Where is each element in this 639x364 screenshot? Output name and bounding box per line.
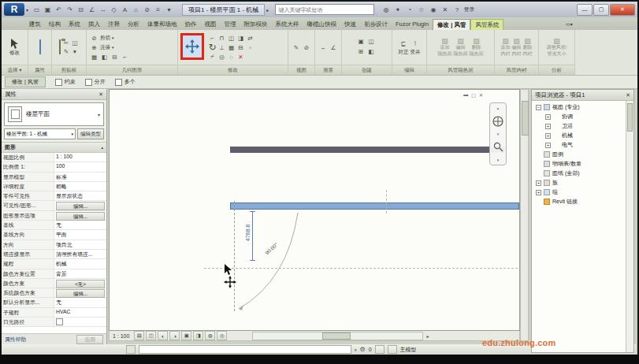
tab-structure[interactable]: 结构 — [45, 19, 65, 30]
tab-modify-duct[interactable]: 修改 | 风管 — [433, 19, 470, 30]
mirror-draw-icon[interactable]: ◨ — [236, 34, 245, 43]
create-parts-icon[interactable]: ◧ — [367, 47, 376, 56]
split-face-icon[interactable]: ▦ — [90, 53, 98, 61]
array-icon[interactable]: ▦ — [227, 43, 236, 52]
paste-button[interactable] — [59, 40, 61, 54]
tree-expand-toggle[interactable]: + — [545, 133, 551, 139]
properties-help-link[interactable]: 属性帮助 — [5, 336, 26, 344]
offset-icon[interactable]: ⊓ — [217, 34, 226, 43]
measure-between-icon[interactable]: ↔ — [319, 43, 328, 52]
panel-label-geometry[interactable]: 几何图形 — [87, 65, 177, 75]
properties-toggle-button[interactable] — [39, 40, 41, 54]
navbar-collapse-icon[interactable]: ▴ — [497, 106, 500, 110]
vertical-scrollbar-thumb[interactable] — [522, 101, 529, 136]
tree-expand-toggle[interactable]: − — [536, 105, 541, 110]
measure-icon[interactable]: ∠ — [87, 5, 97, 15]
shaft-button[interactable]: ⊺ 竖井 — [411, 39, 421, 56]
pin-icon[interactable]: ◎ — [217, 53, 226, 61]
property-value[interactable]: 平面 — [54, 230, 106, 239]
visual-style-icon[interactable]: ◫ — [146, 331, 156, 340]
trim-icon[interactable]: ⊟ — [236, 43, 245, 52]
sign-in-label[interactable]: 登录 — [463, 6, 474, 13]
canvas-horizontal-scrollbar[interactable] — [252, 332, 423, 340]
properties-close-icon[interactable]: ✕ — [98, 91, 103, 98]
property-value[interactable]: 编辑... — [56, 289, 105, 298]
tree-item[interactable]: + 族 — [532, 178, 626, 188]
split-icon[interactable]: ⌿ — [208, 53, 217, 61]
modify-tool-button[interactable]: 修改 — [9, 39, 20, 57]
tab-duct-systems[interactable]: 风管系统 — [470, 19, 503, 30]
tree-item[interactable]: + 卫浴 — [532, 121, 626, 131]
panel-label-duct-lining[interactable]: 风管内衬 — [495, 65, 538, 75]
tree-item[interactable]: 图纸 (全部) — [532, 169, 626, 178]
property-value[interactable]: 粗略 — [54, 182, 106, 191]
property-value[interactable]: 100 — [54, 162, 106, 171]
property-value[interactable] — [54, 318, 106, 326]
property-value[interactable]: 1 : 100 — [54, 153, 106, 162]
panel-label-view[interactable]: 视图 — [288, 65, 314, 75]
project-browser-close-icon[interactable]: ✕ — [626, 92, 630, 98]
zoom-icon[interactable] — [493, 142, 503, 152]
thin-lines-icon[interactable]: ≡ — [153, 5, 163, 15]
ribbon-button[interactable]: ▧ 添加 内衬 — [501, 39, 511, 57]
tab-fuzor-plugin[interactable]: Fuzor Plugin — [392, 19, 433, 30]
panel-label-measure[interactable]: 测量 — [315, 65, 341, 75]
property-value[interactable]: 清理所有墙连... — [54, 250, 106, 258]
navbar-wheel-caret-icon[interactable]: ▾ — [497, 132, 500, 136]
property-value[interactable]: 背景 — [54, 269, 106, 278]
type-selector[interactable]: 楼层平面 ▾ — [4, 102, 104, 126]
demolish-icon[interactable]: ⊟ — [110, 53, 119, 61]
maximize-button[interactable]: ▢ — [593, 4, 609, 16]
tab-analyze[interactable]: 分析 — [124, 19, 143, 30]
property-value[interactable]: 显示原状态 — [54, 191, 106, 200]
view-minimize-icon[interactable]: ▬ — [463, 92, 468, 98]
tab-manage[interactable]: 管理 — [221, 19, 240, 30]
tree-expand-toggle[interactable]: + — [545, 124, 551, 129]
duct-segment-selected[interactable] — [230, 202, 519, 210]
disjoin-checkbox[interactable]: 分开 — [85, 78, 106, 86]
temporary-dimension-value[interactable]: 4768.8 — [245, 215, 251, 251]
multiple-checkbox[interactable]: 多个 — [115, 78, 136, 86]
scroll-right-arrow-icon[interactable]: ▸ — [426, 333, 429, 339]
tree-expand-toggle[interactable]: + — [545, 114, 551, 120]
design-option-selector[interactable]: 主模型 — [400, 346, 417, 354]
ribbon-button[interactable]: ▧ 删除 内衬 — [523, 39, 533, 57]
navbar-zoom-caret-icon[interactable]: ▾ — [497, 158, 500, 162]
panel-label-duct-insulation[interactable]: 风管隔热层 — [427, 65, 494, 75]
default-3d-view-icon[interactable]: ⌂ — [131, 5, 141, 15]
panel-label-edit[interactable]: 编辑 — [392, 65, 426, 75]
tab-massing-site[interactable]: 体量和场地 — [143, 19, 181, 30]
group-header-graphics[interactable]: 图形 — [5, 143, 16, 151]
close-button[interactable]: ✕ — [610, 4, 635, 16]
ribbon-button[interactable]: ▧ 添加 隔热层 — [438, 39, 452, 57]
group-collapse-icon[interactable]: ▴ — [101, 145, 103, 150]
communication-center-icon[interactable]: ◔ — [404, 5, 414, 15]
tree-expand-toggle[interactable]: + — [545, 143, 551, 148]
detail-level-icon[interactable]: ▤ — [134, 331, 144, 340]
ribbon-button[interactable]: ▧ 删除 隔热层 — [470, 39, 484, 57]
tab-glodon[interactable]: 橄榄山快模 — [303, 19, 341, 30]
search-input[interactable] — [275, 4, 374, 15]
move-tool-button[interactable] — [180, 33, 204, 60]
delete-icon[interactable]: ✕ — [236, 53, 245, 61]
justify-button[interactable]: ⊑ 对正 — [399, 39, 409, 56]
open-icon[interactable]: ▭ — [32, 5, 42, 15]
property-value[interactable]: 编辑... — [56, 212, 105, 221]
sign-in-icon[interactable]: ◉ — [428, 5, 438, 15]
temporary-hide-isolate-icon[interactable]: ◍ — [205, 331, 215, 340]
override-graphics-icon[interactable]: ⊘ — [303, 43, 311, 52]
tree-item[interactable]: + 协调 — [532, 112, 626, 121]
aligned-dimension-icon[interactable]: ↔ — [98, 5, 108, 15]
property-value[interactable]: 编辑... — [56, 202, 105, 210]
tree-item[interactable]: 图例 — [532, 150, 626, 159]
ribbon-button[interactable]: ▧ 编辑 隔热层 — [454, 39, 468, 57]
tab-preliminary[interactable]: 初步设计 — [360, 19, 392, 30]
exchange-apps-icon[interactable]: ✕ — [440, 5, 450, 15]
print-icon[interactable]: ⊟ — [76, 5, 86, 15]
align-icon[interactable]: ⌐ — [208, 34, 217, 43]
paint-icon[interactable]: ◧ — [100, 53, 109, 61]
copy-icon[interactable]: ◫ — [71, 39, 80, 47]
panel-label-create[interactable]: 创建 — [342, 65, 392, 75]
favorites-icon[interactable]: ☆ — [416, 5, 426, 15]
rotate-icon[interactable]: ↻ — [208, 43, 217, 52]
